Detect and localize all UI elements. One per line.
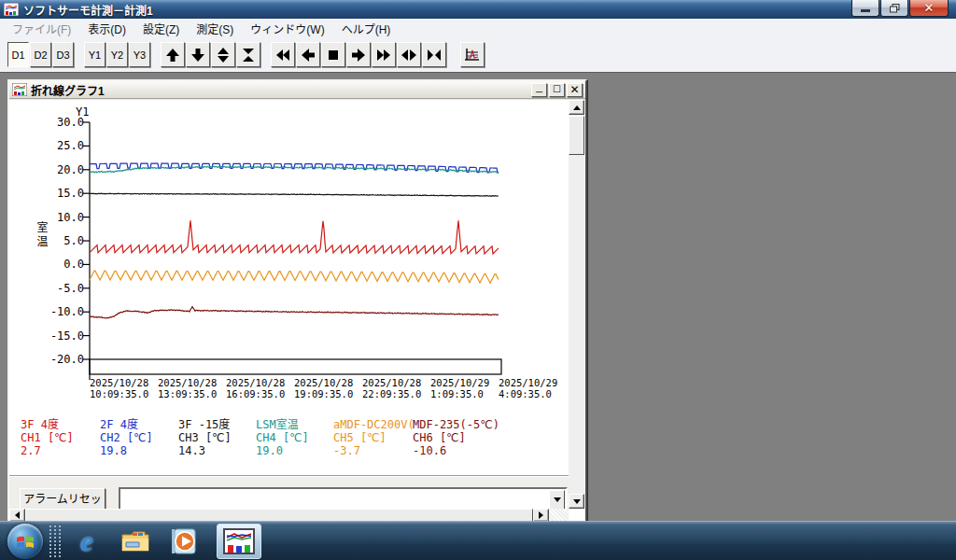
menu-item[interactable]: ファイル(F) [4,19,79,38]
skip-left-icon [275,48,290,63]
skip-right-button[interactable] [372,42,396,67]
thermo-app-icon [223,528,255,554]
vertical-scroll-thumb[interactable] [569,116,584,155]
start-button[interactable] [7,524,43,559]
screen: { "window": { "title": "ソフトサーモ計測－計測1" },… [0,0,956,560]
x-tick-label: 2025/10/2822:09:35.0 [362,377,433,399]
toolbar-button-y1[interactable]: Y1 [84,42,105,67]
legend-item: MDF-235(-5℃)CH6 [℃]-10.6 [413,418,525,457]
legend-item: 2F 4度CH2 [℃]19.8 [100,418,179,457]
menu-bar: ファイル(F)表示(D)設定(Z)測定(S)ウィンドウ(W)ヘルプ(H) [0,19,956,37]
menu-item[interactable]: ヘルプ(H) [333,19,400,38]
scroll-up-button[interactable] [569,100,584,115]
media-player-icon [170,527,198,555]
graph-client-area: Y1 室温 30.025.020.015.010.05.00.0-5.0-10.… [9,100,585,522]
skip-right-icon [376,48,391,63]
arrow-up-button[interactable] [161,42,185,67]
toolbar-button-y2[interactable]: Y2 [106,42,128,67]
stop-icon [326,48,341,63]
graph-minimize-button[interactable]: ─ [531,83,547,97]
step-left-icon [301,48,316,63]
graph-close-button[interactable]: ✕ [567,83,583,97]
toolbar-button-d3[interactable]: D3 [52,42,74,67]
maximize-icon: ☐ [553,85,561,94]
legend-item: aMDF-DC200V(+7CH5 [℃]-3.7 [333,418,413,457]
vertical-scrollbar[interactable] [569,100,584,509]
menu-item[interactable]: 測定(S) [188,19,242,38]
chart-area: Y1 室温 30.025.020.015.010.05.00.0-5.0-10.… [9,100,569,475]
toolbar: D1D2D3 Y1Y2Y3 [0,37,956,73]
window-title: ソフトサーモ計測－計測1 [23,2,153,18]
stop-button[interactable] [321,42,345,67]
folder-icon [120,529,150,553]
chart-settings-button[interactable] [460,42,485,67]
menu-item[interactable]: 設定(Z) [134,19,188,38]
chart-settings-icon [464,48,481,63]
x-tick-label: 2025/10/2810:09:35.0 [90,377,161,399]
taskbar-grip[interactable] [49,525,62,558]
toolbar-button-d2[interactable]: D2 [30,42,51,67]
restore-button[interactable] [880,0,908,17]
scroll-down-button[interactable] [569,494,584,509]
scroll-left-button[interactable] [9,509,25,522]
legend-item: LSM室温CH4 [℃]19.0 [256,418,335,457]
minimize-icon [861,9,870,12]
series-ch1 [90,220,499,254]
horizontal-scrollbar[interactable] [9,509,568,522]
yaxis-buttons: Y1Y2Y3 [83,42,150,67]
restore-icon [890,4,900,13]
windows-logo-icon [16,534,35,549]
expand-horizontal-button[interactable] [397,42,421,67]
chevron-down-icon [573,499,581,508]
chevron-right-icon [539,511,547,519]
compress-horizontal-button[interactable] [422,42,446,67]
title-bar: ソフトサーモ計測－計測1 ✕ [0,0,956,19]
x-tick-label: 2025/10/2819:09:35.0 [294,377,365,399]
graph-window-title: 折れ線グラフ1 [31,82,529,98]
toolbar-button-y3[interactable]: Y3 [129,42,150,67]
close-icon: ✕ [924,2,935,14]
legend-item: 3F 4度CH1 [℃]2.7 [21,418,100,457]
arrow-down-icon [190,48,205,63]
thermo-app-taskbar-button[interactable] [217,524,261,559]
step-right-icon [351,48,366,63]
series-ch3 [90,193,499,196]
app-icon [4,3,19,16]
minimize-icon: ─ [536,88,542,97]
close-button[interactable]: ✕ [909,0,949,17]
graph-window-icon [12,83,27,96]
step-left-button[interactable] [296,42,320,67]
toolbar-button-d1[interactable]: D1 [7,42,29,67]
chevron-up-icon [573,102,581,110]
series-ch6 [90,307,499,319]
file-explorer-button[interactable] [120,525,151,558]
internet-explorer-icon: e [80,525,92,557]
menu-item[interactable]: 表示(D) [79,19,134,38]
expand-vertical-button[interactable] [211,42,235,67]
close-icon: ✕ [569,84,579,95]
graph-window-title-bar[interactable]: 折れ線グラフ1 ─ ☐ ✕ [9,81,585,99]
expand-vertical-icon [216,48,231,63]
compress-vertical-button[interactable] [236,42,260,67]
graph-maximize-button[interactable]: ☐ [549,83,565,97]
compress-horizontal-icon [427,48,442,63]
x-tick-label: 2025/10/2813:09:35.0 [158,377,229,399]
legend-item: 3F -15度CH3 [℃]14.3 [178,418,258,457]
minimize-button[interactable] [851,0,879,17]
internet-explorer-button[interactable]: e [71,525,103,558]
skip-left-button[interactable] [271,42,295,67]
combo-dropdown-button[interactable] [549,490,565,510]
media-player-button[interactable] [168,525,200,558]
scroll-right-button[interactable] [533,509,549,522]
line-chart [9,100,569,380]
chevron-down-icon [554,497,561,506]
arrow-down-button[interactable] [186,42,210,67]
step-right-button[interactable] [346,42,371,67]
menu-item[interactable]: ウィンドウ(W) [242,19,332,38]
x-tick-label: 2025/10/294:09:35.0 [499,377,569,399]
series-ch5 [90,271,499,283]
horizontal-scroll-thumb[interactable] [25,509,533,522]
x-tick-label: 2025/10/2816:09:35.0 [226,377,297,399]
mdi-area: 折れ線グラフ1 ─ ☐ ✕ Y1 室温 30.025.020.015.010.0… [0,73,956,521]
arrow-up-icon [165,48,180,63]
